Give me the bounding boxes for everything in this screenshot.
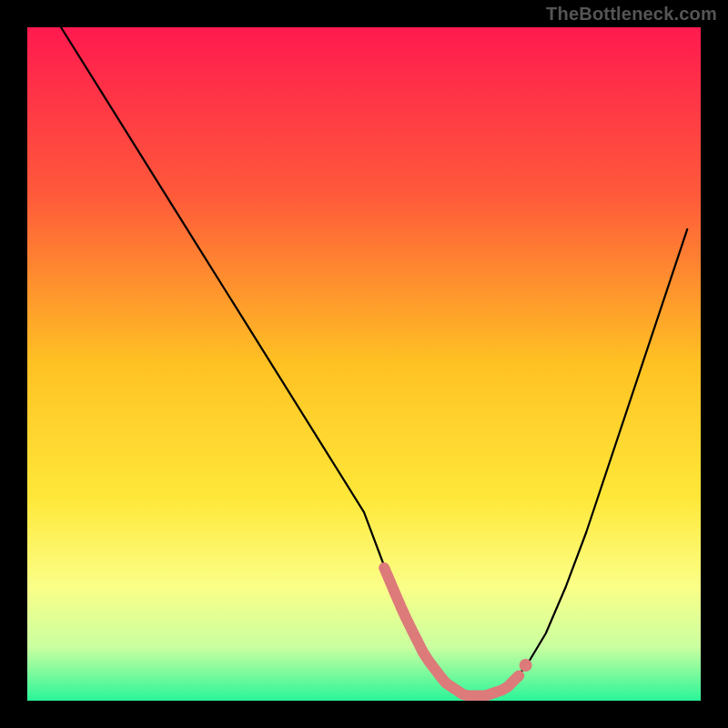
watermark-text: TheBottleneck.com xyxy=(546,4,717,25)
gradient-background xyxy=(27,27,701,701)
chart-frame: TheBottleneck.com xyxy=(0,0,728,728)
bottleneck-chart xyxy=(0,0,728,728)
marker-end-dot xyxy=(520,659,532,672)
